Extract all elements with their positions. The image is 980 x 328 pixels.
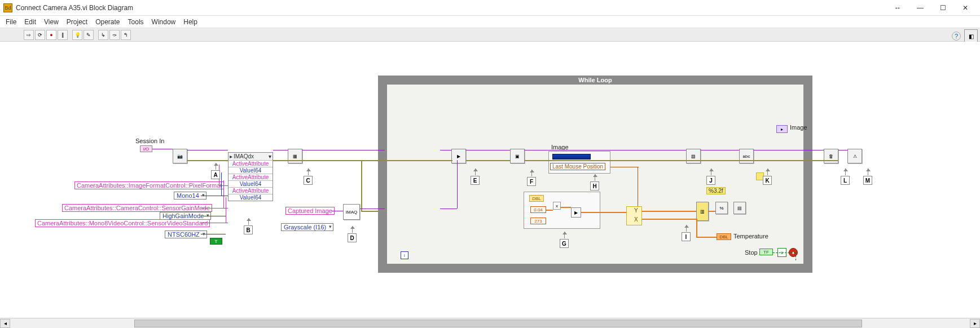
imaqdx-header: IMAQdx [234, 153, 254, 159]
callout-j: J [706, 176, 715, 185]
menubar: File Edit View Project Operate Tools Win… [0, 16, 980, 28]
multiply-node: x [553, 202, 561, 210]
imaqdx-property-node[interactable]: ▸IMAQdx▾ ActiveAttribute ValueI64 Active… [228, 152, 273, 201]
callout-m: M [863, 176, 872, 185]
format-string: %3.2f [706, 187, 726, 194]
attr-videostd: CameraAttributes::Mono8VideoControl::Sen… [35, 219, 210, 227]
image-out-label: Image [790, 124, 807, 131]
while-loop-title: While Loop [387, 76, 803, 85]
highlight-exec-button[interactable]: 💡 [72, 30, 82, 40]
imaqdx-row-2: ActiveAttribute [228, 174, 273, 180]
retain-wire-button[interactable]: ✎ [84, 30, 94, 40]
context-help-icon[interactable]: ? [952, 32, 961, 41]
last-mouse-label: Last Mouse Position [550, 163, 605, 170]
abort-button[interactable]: ● [46, 30, 56, 40]
menu-file[interactable]: File [6, 18, 16, 26]
format-node[interactable]: abc [739, 149, 754, 163]
session-in-terminal[interactable]: I/O [140, 145, 152, 152]
menu-view[interactable]: View [44, 18, 59, 26]
callout-g: G [560, 239, 569, 248]
callout-f: F [527, 177, 536, 186]
callout-l: L [841, 176, 850, 185]
menu-operate[interactable]: Operate [95, 18, 120, 26]
menu-edit[interactable]: Edit [24, 18, 36, 26]
callout-a: A [211, 170, 220, 179]
imaqdx-row-1: ValueI64 [228, 167, 273, 174]
stop-label: Stop [745, 249, 758, 256]
imaqdx-row-3: ValueI64 [228, 180, 273, 187]
session-in-label: Session In [135, 138, 164, 144]
imaqdx-configure-node[interactable]: ▦ [288, 149, 302, 163]
ntsc-dropdown[interactable]: NTSC60HZ [165, 231, 207, 238]
callout-b: B [244, 225, 253, 234]
imaqdx-row-0: ActiveAttribute [228, 160, 273, 167]
menu-tools[interactable]: Tools [128, 18, 144, 26]
subtract-node: ▶ [571, 207, 581, 218]
y-terminal: Y [634, 207, 638, 214]
step-out-button[interactable]: ↰ [121, 30, 131, 40]
callout-k: K [763, 176, 772, 185]
scale-constant: 0.04 [530, 206, 546, 213]
offset-constant: 273 [530, 218, 546, 224]
imaqdx-close-node[interactable]: 🗑 [824, 149, 838, 163]
error-handler-node[interactable]: ⚠ [847, 149, 862, 163]
true-constant: T [210, 238, 222, 245]
image-display-node[interactable]: ▣ [510, 149, 525, 163]
imaqdx-row-4: ActiveAttribute [228, 187, 273, 194]
attr-pixelformat: CameraAttributes::ImageFormatControl::Pi… [74, 181, 224, 189]
toolbar: ⇨ ⟳ ● ‖ 💡 ✎ ↳ ⤼ ↰ [0, 28, 980, 42]
minimize-button[interactable]: — [909, 1, 931, 15]
temperature-label: Temperature [733, 233, 768, 240]
resize-icon[interactable]: ↔ [886, 1, 909, 15]
run-continuous-button[interactable]: ⟳ [35, 30, 45, 40]
grayscale-dropdown[interactable]: Grayscale (I16) [281, 223, 333, 231]
scroll-left-button[interactable]: ◂ [0, 319, 10, 328]
x-terminal: X [634, 216, 638, 223]
block-diagram-canvas[interactable]: Session In I/O 📷 CameraAttributes::Image… [0, 42, 980, 323]
pause-button[interactable]: ‖ [58, 30, 68, 40]
imaq-create-node[interactable]: IMAQ [343, 204, 360, 220]
maximize-button[interactable]: ☐ [931, 1, 954, 15]
image-out-terminal[interactable]: ▸ [776, 125, 788, 133]
stop-terminal[interactable]: TF [759, 249, 773, 255]
bundle-node[interactable]: ▥ [696, 202, 709, 221]
step-into-button[interactable]: ↳ [98, 30, 108, 40]
temperature-terminal-type: DBL [717, 233, 731, 240]
overlay-text-node[interactable]: ▤ [733, 202, 746, 214]
app-icon: Bd [3, 3, 12, 12]
captured-image-label: Captured Image [285, 207, 335, 215]
callout-c: C [304, 176, 313, 185]
scroll-right-button[interactable]: ▸ [970, 319, 980, 328]
menu-project[interactable]: Project [67, 18, 87, 26]
iteration-terminal: i [401, 251, 408, 259]
close-button[interactable]: ✕ [954, 1, 977, 15]
dbl-type-cast: DBL [529, 195, 544, 202]
menu-window[interactable]: Window [152, 18, 176, 26]
callout-i: I [682, 232, 691, 241]
imaqdx-row-5: ValueI64 [228, 194, 273, 201]
callout-h: H [590, 181, 599, 190]
image-indicator-box: Image Last Mouse Position [548, 151, 610, 174]
callout-e: E [471, 176, 480, 185]
attr-gainmode: CameraAttributes::CameraControl::SensorG… [62, 204, 212, 212]
step-over-button[interactable]: ⤼ [109, 30, 120, 40]
scrollbar-thumb[interactable] [134, 320, 862, 327]
image-indicator-bar [552, 154, 591, 159]
menu-help[interactable]: Help [183, 18, 197, 26]
window-title: Connect Camera A35.vi Block Diagram [16, 4, 133, 12]
titlebar: Bd Connect Camera A35.vi Block Diagram ↔… [0, 0, 980, 16]
imaqdx-snap-node[interactable]: ▶ [451, 149, 466, 163]
callout-d: D [348, 233, 357, 242]
vi-icon[interactable]: ◧ [964, 29, 978, 43]
run-button[interactable]: ⇨ [24, 30, 34, 40]
horizontal-scrollbar[interactable]: ◂ ▸ [0, 318, 980, 328]
imaqdx-open-node[interactable]: 📷 [173, 149, 187, 163]
format-value-node[interactable]: % [715, 202, 728, 214]
extract-pixel-node[interactable]: ▧ [686, 149, 701, 163]
